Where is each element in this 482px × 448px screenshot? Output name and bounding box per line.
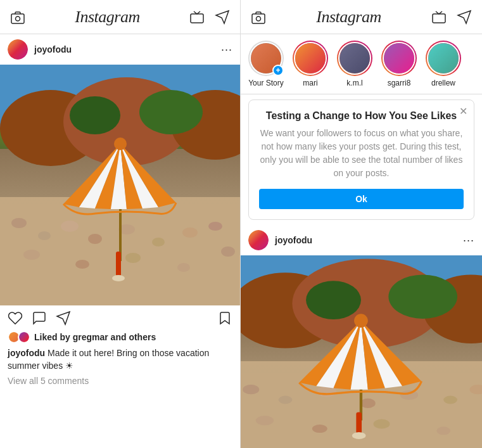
right-panel: Instagram + Your xyxy=(241,0,482,448)
story-item-your-story[interactable]: + Your Story xyxy=(248,41,284,87)
svg-point-21 xyxy=(125,253,141,263)
svg-point-27 xyxy=(112,275,125,281)
story-item-drellew[interactable]: drellew xyxy=(426,41,461,87)
story-item-sgarri8[interactable]: sgarri8 xyxy=(381,41,417,87)
svg-point-17 xyxy=(182,227,198,238)
right-header-icons xyxy=(431,10,472,25)
svg-point-19 xyxy=(23,250,40,260)
svg-point-45 xyxy=(443,395,457,404)
story-name-sgarri8: sgarri8 xyxy=(388,79,411,87)
svg-point-16 xyxy=(152,238,165,246)
post-image-right xyxy=(241,255,482,448)
svg-rect-2 xyxy=(191,14,203,23)
story-name-drellew: drellew xyxy=(431,79,455,87)
tv-icon-left[interactable] xyxy=(189,10,205,25)
svg-point-41 xyxy=(279,395,293,404)
svg-rect-31 xyxy=(433,14,445,23)
svg-point-1 xyxy=(16,16,20,21)
camera-icon-right[interactable] xyxy=(251,10,266,25)
svg-marker-28 xyxy=(57,312,70,324)
send-icon-right[interactable] xyxy=(457,10,472,25)
story-name-kml: k.m.l xyxy=(346,79,362,87)
svg-rect-53 xyxy=(356,413,362,435)
svg-point-13 xyxy=(61,221,79,232)
story-avatar-kml xyxy=(338,42,371,75)
svg-point-23 xyxy=(221,246,235,257)
story-item-kml[interactable]: k.m.l xyxy=(337,41,372,87)
svg-marker-3 xyxy=(216,11,229,23)
story-item-mari[interactable]: mari xyxy=(293,41,328,87)
instagram-logo-right: Instagram xyxy=(316,8,381,27)
post-header-right: joyofodu ··· xyxy=(241,225,482,255)
post-options-right[interactable]: ··· xyxy=(463,234,474,247)
popup-body: We want your followers to focus on what … xyxy=(259,127,464,180)
story-avatar-sgarri8 xyxy=(383,42,415,75)
svg-point-52 xyxy=(354,314,368,328)
avatar-right xyxy=(248,230,269,250)
svg-point-20 xyxy=(75,260,89,269)
post-user-left[interactable]: joyofodu xyxy=(8,39,72,60)
svg-point-14 xyxy=(88,234,102,244)
popup-title: Testing a Change to How You See Likes xyxy=(259,110,464,122)
like-button-left[interactable] xyxy=(8,310,23,326)
left-header-left xyxy=(10,10,25,25)
story-name-mari: mari xyxy=(303,79,317,87)
share-button-left[interactable] xyxy=(56,310,71,326)
post-options-left[interactable]: ··· xyxy=(221,43,232,56)
svg-point-12 xyxy=(38,231,51,240)
send-icon-left[interactable] xyxy=(215,10,230,25)
svg-point-9 xyxy=(139,90,203,134)
left-header-icons xyxy=(189,10,230,25)
svg-point-54 xyxy=(352,432,366,439)
right-header: Instagram xyxy=(241,0,482,34)
svg-point-18 xyxy=(208,222,222,231)
liked-avatar-2 xyxy=(18,331,30,343)
likes-text-left: Liked by gregmar and others xyxy=(34,332,156,342)
story-ring-kml xyxy=(337,41,372,76)
comment-button-left[interactable] xyxy=(32,310,47,326)
liked-avatars xyxy=(8,331,30,343)
view-comments-left[interactable]: View all 5 comments xyxy=(0,374,240,391)
svg-point-8 xyxy=(70,96,120,134)
avatar-left xyxy=(8,39,28,60)
svg-marker-32 xyxy=(458,11,471,23)
svg-rect-29 xyxy=(252,14,265,23)
story-name-your-story: Your Story xyxy=(248,79,284,87)
svg-point-43 xyxy=(360,399,376,408)
story-ring-mari xyxy=(293,41,328,76)
svg-point-30 xyxy=(257,16,261,21)
post-action-buttons xyxy=(8,310,71,326)
post-actions-left xyxy=(0,305,240,331)
svg-point-44 xyxy=(400,390,418,400)
svg-point-49 xyxy=(374,419,390,428)
svg-point-40 xyxy=(243,385,259,394)
story-avatar-drellew xyxy=(427,42,460,75)
post-image-left xyxy=(0,65,240,305)
popup-close-button[interactable]: ✕ xyxy=(459,105,467,117)
svg-point-25 xyxy=(114,138,127,150)
story-add-icon: + xyxy=(272,65,284,76)
svg-point-47 xyxy=(256,416,274,425)
stories-row: + Your Story mari k.m.l xyxy=(241,34,482,94)
caption-left: joyofodu Made it out here! Bring on thos… xyxy=(0,346,240,374)
tv-icon-right[interactable] xyxy=(431,10,447,25)
right-header-left xyxy=(251,10,266,25)
username-right: joyofodu xyxy=(275,235,312,245)
svg-point-38 xyxy=(388,274,457,318)
story-ring-sgarri8 xyxy=(381,41,417,76)
caption-username: joyofodu xyxy=(8,348,45,358)
save-button-left[interactable] xyxy=(217,310,232,326)
post-header-left: joyofodu ··· xyxy=(0,34,240,65)
post-user-right[interactable]: joyofodu xyxy=(248,230,312,250)
svg-point-22 xyxy=(177,263,190,272)
camera-icon[interactable] xyxy=(10,10,25,25)
username-left: joyofodu xyxy=(34,44,72,54)
your-story-ring: + xyxy=(248,41,284,76)
likes-notification-popup: ✕ Testing a Change to How You See Likes … xyxy=(248,99,474,220)
svg-rect-0 xyxy=(11,14,24,23)
story-avatar-mari xyxy=(294,42,327,75)
left-header: Instagram xyxy=(0,0,240,34)
story-ring-drellew xyxy=(426,41,461,76)
svg-point-48 xyxy=(312,425,327,433)
popup-ok-button[interactable]: Ok xyxy=(259,189,464,209)
